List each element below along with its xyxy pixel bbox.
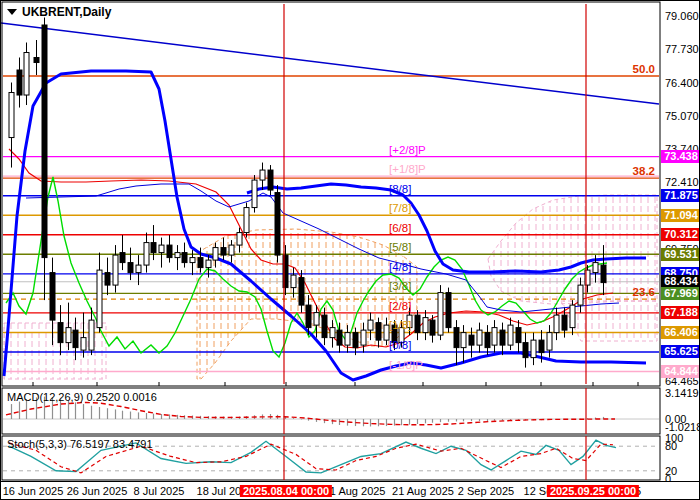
candle-body: [345, 333, 350, 346]
candle-body: [151, 243, 156, 253]
stoch-tick: 80: [665, 440, 677, 452]
fib-label: 23.6: [633, 286, 655, 298]
candle-body: [330, 328, 335, 338]
murrey-label: [+1/8]P: [389, 163, 426, 175]
candle-body: [244, 208, 249, 233]
candle-body: [89, 320, 94, 350]
murrey-label: [6/8]: [389, 222, 411, 234]
date-label: 8 Jul 2025: [134, 485, 185, 497]
price-tick: 75.070: [665, 110, 699, 122]
candle-body: [322, 315, 327, 338]
candle-body: [477, 330, 482, 345]
murrey-label: [8/8]: [389, 183, 411, 195]
candle-body: [446, 293, 451, 328]
candle-body: [73, 330, 78, 348]
candle-body: [34, 58, 39, 63]
candle-body: [213, 248, 218, 261]
candle-body: [539, 340, 544, 353]
date-label: 16 Jun 2025: [3, 485, 64, 497]
candle-body: [547, 333, 552, 351]
candle-body: [485, 333, 490, 348]
candle-body: [461, 333, 466, 348]
candle-body: [113, 255, 118, 285]
candle-body: [198, 258, 203, 268]
candle-body: [469, 335, 474, 345]
murrey-label: [+2/8]P: [389, 144, 426, 156]
candle-body: [221, 248, 226, 256]
price-tick: 79.060: [665, 10, 699, 22]
candle-body: [291, 275, 296, 288]
candle-body: [376, 323, 381, 341]
triangle-down-icon[interactable]: [7, 9, 17, 15]
candle-body: [58, 323, 63, 343]
murrey-label: [2/8]: [389, 300, 411, 312]
symbol-period-label: UKBRENT,Daily: [22, 5, 111, 19]
candle-body: [601, 265, 606, 283]
price-level-box: 64.844: [661, 365, 700, 378]
candle-body: [237, 233, 242, 246]
candle-body: [593, 263, 598, 273]
murrey-label: [3/8]: [389, 280, 411, 292]
murrey-label: [4/8]: [389, 261, 411, 273]
candle-body: [159, 245, 164, 253]
symbol-dropdown[interactable]: UKBRENT,Daily: [7, 5, 111, 19]
candle-body: [275, 193, 280, 256]
candle-body: [500, 330, 505, 345]
date-axis[interactable]: 16 Jun 202526 Jun 20258 Jul 202518 Jul 2…: [1, 481, 700, 500]
candle-body: [415, 315, 420, 333]
main-price-chart[interactable]: [+2/8]P[+1/8]P[8/8][7/8][6/8][5/8][4/8][…: [1, 1, 661, 387]
candle-body: [229, 245, 234, 255]
candle-body: [314, 313, 319, 326]
stoch-label: Stoch(5,3,3) 76.5197 83.4791: [7, 438, 153, 450]
candle-body: [361, 330, 366, 345]
date-label: 11 Aug 2025: [325, 485, 386, 497]
candle-body: [9, 93, 14, 138]
candle-body: [531, 340, 536, 358]
murrey-label: [0/8]: [389, 339, 411, 351]
date-label: 21 Aug 2025: [392, 485, 454, 497]
candle-body: [66, 328, 71, 343]
candle-body: [206, 260, 211, 268]
price-tick: 72.410: [665, 176, 699, 188]
price-tick: 76.400: [665, 77, 699, 89]
candle-body: [570, 305, 575, 328]
candle-body: [454, 328, 459, 348]
candle-body: [562, 315, 567, 330]
date-label: 26 Jun 2025: [67, 485, 128, 497]
candle-body: [182, 253, 187, 263]
price-level-box: 69.531: [661, 248, 700, 261]
price-axis[interactable]: 79.06077.73076.40075.07073.74072.41071.0…: [661, 1, 700, 481]
fib-label: 50.0: [633, 63, 655, 75]
murrey-label: [5/8]: [389, 241, 411, 253]
murrey-label: [7/8]: [389, 202, 411, 214]
candle-body: [337, 330, 342, 345]
candle-body: [144, 243, 149, 266]
price-level-box: 71.094: [661, 209, 700, 222]
candle-body: [430, 320, 435, 335]
murrey-label: [-1/8]P: [389, 359, 423, 371]
price-level-box: 71.875: [661, 189, 700, 202]
trading-chart-window: { "window": { "symbol_label": "UKBRENT,D…: [0, 0, 700, 500]
price-level-box: 67.188: [661, 306, 700, 319]
price-level-box: 67.969: [661, 287, 700, 300]
price-level-box: 73.438: [661, 150, 700, 163]
candle-body: [190, 258, 195, 263]
candle-body: [24, 53, 29, 96]
candle-body: [508, 325, 513, 345]
candle-body: [81, 338, 86, 351]
candle-body: [50, 273, 55, 321]
murrey-label: [1/8]: [389, 319, 411, 331]
price-level-box: 65.625: [661, 345, 700, 358]
fib-label: 38.2: [633, 165, 655, 177]
candle-body: [353, 333, 358, 348]
candle-body: [578, 285, 583, 305]
price-tick: 77.730: [665, 43, 699, 55]
date-label-highlighted: 2025.08.04 00:00: [240, 485, 332, 497]
candle-body: [368, 320, 373, 330]
candle-body: [492, 328, 497, 346]
date-label: 2 Sep 2025: [458, 485, 514, 497]
candle-body: [128, 263, 133, 273]
macd-tick: 3.1419: [665, 387, 699, 399]
candle-body: [252, 180, 257, 208]
price-level-box: 66.406: [661, 326, 700, 339]
